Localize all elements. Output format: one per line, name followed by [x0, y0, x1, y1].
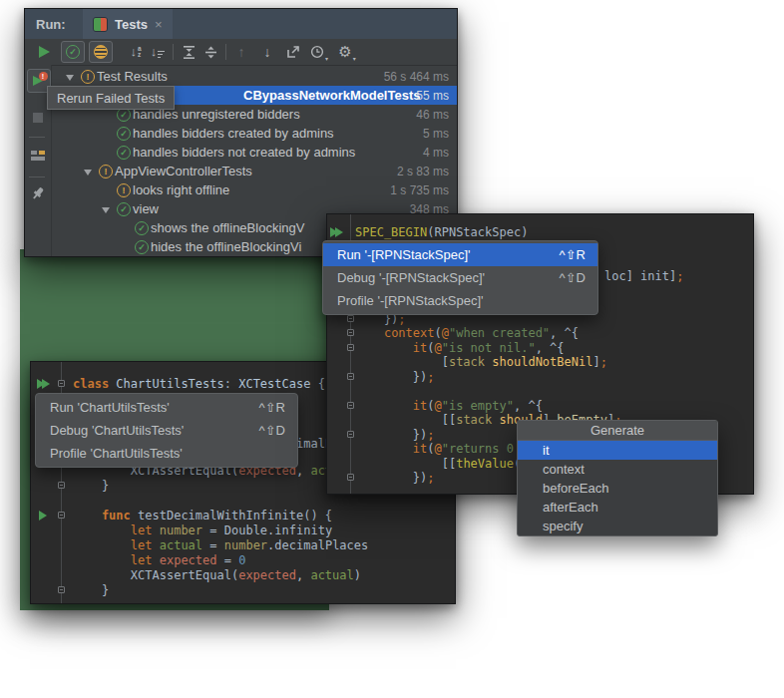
fold-marker-icon[interactable]	[347, 315, 354, 322]
pin-tab-button[interactable]	[27, 182, 49, 204]
tab-close-icon[interactable]: ×	[155, 17, 163, 32]
generate-popup-list[interactable]: itcontextbeforeEachafterEachspecify	[518, 441, 717, 535]
arrow-down-icon: ↓	[264, 44, 271, 60]
menu-item-debug[interactable]: Debug 'ChartUtilsTests'^⇧D	[36, 419, 297, 442]
expand-all-button[interactable]	[178, 42, 199, 62]
screenshot-canvas: { "colors":{"selection_blue":"#2d65c4","…	[0, 0, 784, 698]
test-tree-row[interactable]: !looks right offline1 s 735 ms	[51, 180, 457, 199]
fold-marker-icon[interactable]	[347, 344, 354, 351]
code-line[interactable]: loc] init];	[604, 269, 683, 283]
test-history-button[interactable]: ▾	[308, 42, 330, 62]
run-spec-gutter-icon[interactable]	[330, 227, 343, 237]
code-line[interactable]: });	[355, 428, 434, 442]
previous-failed-test-button[interactable]: ↑	[230, 42, 252, 62]
dropdown-arrow-icon: ▾	[353, 55, 356, 62]
gear-icon: ⚙	[338, 45, 351, 59]
generate-item-afterEach[interactable]: afterEach	[518, 498, 717, 517]
test-tree-row[interactable]: ✓handles bidders created by admins5 ms	[51, 124, 457, 143]
run-test-gutter-icon[interactable]	[39, 511, 47, 521]
expand-arrow-icon[interactable]	[66, 75, 74, 81]
fold-marker-icon[interactable]	[58, 482, 65, 489]
warning-icon: !	[99, 165, 113, 178]
code-line[interactable]: let number = Double.infinity	[73, 524, 332, 537]
collapse-all-button[interactable]	[199, 42, 221, 62]
sort-duration-icon: ↓	[151, 46, 166, 58]
pin-icon	[31, 186, 45, 200]
fold-marker-icon[interactable]	[58, 586, 65, 593]
code-line[interactable]: let expected = 0	[73, 553, 245, 567]
fold-marker-icon[interactable]	[347, 373, 354, 380]
code-line[interactable]: }	[73, 479, 109, 493]
spec-run-context-menu: Run '-[RPNStackSpec]'^⇧RDebug '-[RPNStac…	[322, 240, 598, 315]
menu-item-profile[interactable]: Profile '-[RPNStackSpec]'	[323, 289, 597, 312]
fold-marker-icon[interactable]	[347, 329, 354, 336]
code-line[interactable]: });	[355, 370, 434, 384]
test-runner-toolbar: ✓ ↓az ↓ ↑ ↓	[25, 39, 457, 66]
menu-item-label: Run 'ChartUtilsTests'	[50, 400, 170, 415]
menu-item-run[interactable]: Run '-[RPNStackSpec]'^⇧R	[323, 243, 597, 266]
code-line[interactable]: }	[73, 583, 109, 597]
rerun-tests-button[interactable]	[33, 42, 55, 62]
generate-item-context[interactable]: context	[518, 460, 717, 479]
code-line[interactable]: func testDecimalWithInfinite() {	[73, 509, 332, 523]
generate-item-it[interactable]: it	[518, 441, 717, 460]
sort-alphabetically-button[interactable]: ↓az	[125, 42, 147, 62]
test-tree-row[interactable]: ✓handles bidders not created by admins4 …	[51, 143, 457, 162]
code-line[interactable]: [[theValue(	[355, 457, 521, 471]
code-line[interactable]: it(@"is not nil.", ^{	[355, 341, 565, 355]
generate-popup: Generate itcontextbeforeEachafterEachspe…	[517, 420, 718, 536]
code-line[interactable]: class ChartUtilsTests: XCTestCase {	[73, 377, 325, 391]
test-duration: 55 ms	[416, 89, 449, 103]
test-name: shows the offlineBlockingV	[151, 220, 304, 235]
tab-tests-label: Tests	[115, 17, 148, 32]
stop-button[interactable]	[27, 107, 49, 129]
expand-arrow-icon[interactable]	[84, 170, 92, 175]
rerun-failed-icon: !	[33, 75, 46, 88]
menu-item-run[interactable]: Run 'ChartUtilsTests'^⇧R	[36, 396, 297, 419]
show-ignored-toggle[interactable]	[89, 41, 113, 63]
fold-marker-icon[interactable]	[347, 431, 354, 438]
menu-item-debug[interactable]: Debug '-[RPNStackSpec]'^⇧D	[323, 266, 597, 289]
fold-marker-icon[interactable]	[347, 474, 354, 481]
warning-icon: !	[81, 70, 95, 84]
show-passed-toggle[interactable]: ✓	[61, 41, 85, 63]
test-run-config-icon	[93, 17, 108, 32]
rerun-failed-tooltip: Rerun Failed Tests	[47, 86, 175, 110]
test-name: handles bidders created by admins	[133, 126, 334, 141]
fold-marker-icon[interactable]	[58, 512, 65, 519]
run-class-gutter-icon[interactable]	[37, 379, 50, 389]
code-line[interactable]: XCTAssertEqual(expected, actual)	[73, 568, 361, 582]
next-failed-test-button[interactable]: ↓	[256, 42, 278, 62]
test-tree-row[interactable]: !Test Results56 s 464 ms	[51, 67, 457, 86]
tooltip-text: Rerun Failed Tests	[57, 91, 165, 106]
test-duration: 4 ms	[423, 146, 449, 160]
expand-arrow-icon[interactable]	[102, 207, 110, 213]
test-tree-row[interactable]: !AppViewControllerTests2 s 83 ms	[51, 162, 457, 180]
code-line[interactable]: });	[355, 471, 434, 485]
settings-button[interactable]: ⚙ ▾	[336, 42, 358, 62]
menu-item-label: Profile '-[RPNStackSpec]'	[337, 293, 484, 308]
ignored-circle-icon	[94, 45, 108, 59]
fold-marker-icon[interactable]	[58, 380, 65, 387]
tab-tests[interactable]: Tests ×	[83, 9, 173, 39]
generate-item-specify[interactable]: specify	[518, 517, 717, 535]
fold-marker-icon[interactable]	[347, 402, 354, 409]
test-statistics-button[interactable]	[27, 145, 49, 167]
code-line[interactable]: SPEC_BEGIN(RPNStackSpec)	[355, 225, 528, 239]
generate-item-beforeEach[interactable]: beforeEach	[518, 479, 717, 498]
test-name: looks right offline	[133, 182, 229, 197]
sort-by-duration-button[interactable]: ↓	[147, 42, 169, 62]
stop-icon	[33, 113, 43, 123]
arrow-up-icon: ↑	[238, 44, 245, 60]
code-line[interactable]: [stack shouldNotBeNil];	[355, 355, 607, 369]
code-line[interactable]: let actual = number.decimalPlaces	[73, 538, 368, 552]
export-test-results-button[interactable]	[282, 42, 304, 62]
menu-item-profile[interactable]: Profile 'ChartUtilsTests'	[36, 442, 297, 465]
code-line[interactable]: it(@"is empty", ^{	[355, 399, 543, 413]
code-line[interactable]: it(@"returns 0	[355, 442, 514, 456]
passed-icon: ✓	[135, 221, 149, 235]
swift-run-context-menu: Run 'ChartUtilsTests'^⇧RDebug 'ChartUtil…	[35, 393, 298, 468]
test-name: AppViewControllerTests	[115, 164, 252, 178]
code-line[interactable]: context(@"when created", ^{	[355, 326, 579, 340]
passed-icon: ✓	[135, 240, 149, 254]
